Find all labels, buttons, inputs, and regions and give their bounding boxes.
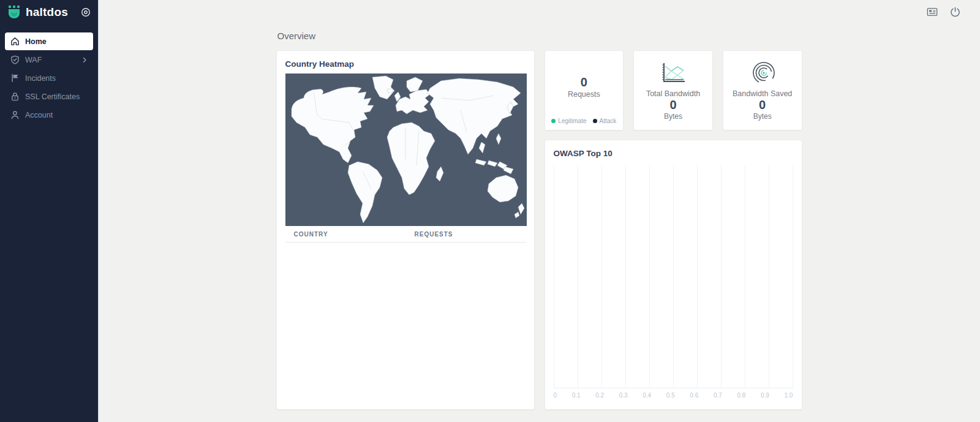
column-header-requests: Requests: [406, 226, 527, 242]
sidebar-item-account[interactable]: Account: [5, 106, 93, 124]
logo-row: haltdos: [0, 0, 98, 24]
x-tick: 0.2: [595, 392, 604, 401]
total-bandwidth-label: Total Bandwidth: [646, 89, 700, 98]
gridline: [649, 165, 650, 388]
sidebar-nav: Home WAF Incidents: [0, 24, 98, 124]
chevron-right-icon: [81, 57, 88, 63]
sidebar-item-label: Account: [25, 111, 53, 119]
sidebar-item-label: Incidents: [25, 74, 56, 83]
gridline: [769, 165, 769, 388]
x-tick: 0: [554, 392, 557, 401]
bandwidth-saved-value: 0: [759, 98, 766, 111]
gridline: [721, 165, 722, 388]
gridline: [793, 165, 793, 388]
card-title: Country Heatmap: [285, 59, 526, 69]
legend-item-attack: Attack: [593, 118, 617, 124]
x-axis-tick-labels: 0 0.1 0.2 0.3 0.4 0.5 0.6 0.7 0.8 0.9 1.…: [554, 388, 793, 401]
gridline: [554, 165, 554, 388]
bandwidth-saved-unit: Bytes: [753, 112, 772, 121]
stats-row: 0 Requests Legitimate Attack: [545, 50, 802, 130]
world-map-svg: [285, 73, 527, 226]
gridline: [673, 165, 674, 388]
requests-label: Requests: [568, 90, 600, 99]
total-bandwidth-unit: Bytes: [664, 112, 682, 121]
country-heatmap-card: Country Heatmap: [276, 50, 535, 410]
brand-name: haltdos: [26, 6, 68, 19]
shield-icon: [10, 55, 20, 64]
country-requests-table: Country Requests: [285, 226, 527, 243]
area-chart-icon: [659, 60, 687, 86]
legitimate-dot-icon: [551, 119, 556, 123]
settings-disc-icon[interactable]: [81, 7, 91, 17]
sidebar-item-ssl-certificates[interactable]: SSL Certificates: [5, 88, 93, 105]
requests-stat-card: 0 Requests Legitimate Attack: [545, 50, 624, 130]
legend-label: Attack: [600, 118, 617, 124]
x-tick: 1.0: [784, 392, 793, 401]
bandwidth-saved-stat-card: Bandwidth Saved 0 Bytes: [723, 50, 802, 130]
x-tick: 0.1: [572, 392, 581, 401]
page-title: Overview: [277, 31, 803, 41]
x-tick: 0.9: [761, 392, 769, 401]
sidebar-item-incidents[interactable]: Incidents: [5, 69, 93, 87]
x-tick: 0.5: [666, 392, 675, 401]
x-tick: 0.4: [643, 392, 651, 401]
total-bandwidth-value: 0: [669, 98, 676, 111]
haltdos-logo-icon: [7, 6, 21, 19]
x-tick: 0.6: [690, 392, 698, 401]
sidebar-item-waf[interactable]: WAF: [5, 51, 93, 69]
total-bandwidth-stat-card: Total Bandwidth 0 Bytes: [633, 50, 713, 130]
topbar-actions: [927, 7, 960, 17]
gridline: [601, 165, 602, 388]
power-icon[interactable]: [950, 7, 960, 17]
chart-gridlines: [554, 165, 793, 388]
sidebar-item-label: Home: [25, 37, 47, 46]
x-tick: 0.3: [619, 392, 628, 401]
sidebar-item-label: WAF: [25, 56, 42, 64]
card-title: OWASP Top 10: [554, 149, 793, 158]
legend-item-legitimate: Legitimate: [551, 118, 586, 124]
requests-value: 0: [581, 75, 587, 89]
attack-dot-icon: [593, 119, 597, 123]
sidebar-item-home[interactable]: Home: [5, 32, 93, 50]
table-header-row: Country Requests: [285, 226, 527, 243]
home-icon: [10, 37, 20, 46]
user-icon: [10, 110, 20, 119]
flag-icon: [10, 73, 20, 83]
right-column: 0 Requests Legitimate Attack: [545, 50, 802, 410]
main-content: Overview Country Heatmap: [99, 0, 980, 410]
gridline: [697, 165, 698, 388]
x-tick: 0.7: [714, 392, 722, 401]
legend-label: Legitimate: [558, 118, 586, 124]
license-card-icon[interactable]: [927, 7, 938, 17]
gridline: [745, 165, 745, 388]
gridline: [625, 165, 626, 388]
owasp-top10-card: OWASP Top 10: [545, 140, 802, 410]
bandwidth-saved-label: Bandwidth Saved: [733, 89, 792, 98]
owasp-chart-plot[interactable]: [554, 165, 793, 388]
gridline: [578, 165, 578, 388]
world-map[interactable]: [285, 73, 527, 226]
sidebar-item-label: SSL Certificates: [25, 92, 80, 101]
x-tick: 0.8: [737, 392, 745, 401]
lock-icon: [10, 92, 20, 101]
requests-legend: Legitimate Attack: [545, 118, 624, 124]
column-header-country: Country: [285, 226, 406, 242]
sidebar: haltdos Home WAF: [0, 0, 99, 422]
radar-icon: [749, 60, 776, 86]
